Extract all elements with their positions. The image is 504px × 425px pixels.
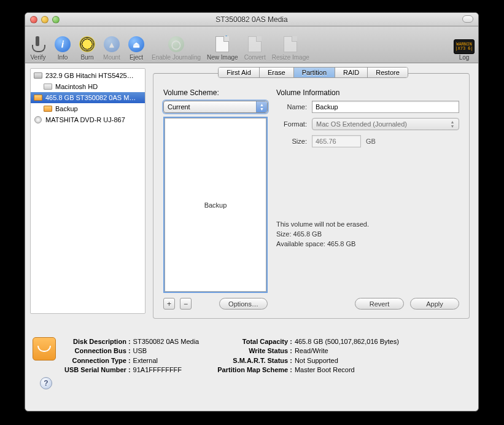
partition-block[interactable]: Backup <box>165 118 266 292</box>
footer-key: S.M.A.R.T. Status : <box>217 356 292 365</box>
internal-disk-icon <box>34 72 42 79</box>
disk-item-label: MATSHITA DVD-R UJ-867 <box>45 116 125 123</box>
info-icon: i <box>55 36 71 52</box>
options-button[interactable]: Options… <box>219 298 268 310</box>
journal-icon: ◯ <box>168 36 184 52</box>
external-volume-icon <box>44 106 52 112</box>
footer-value: Not Supported <box>295 356 399 365</box>
size-unit: GB <box>366 138 376 145</box>
log-label: Log <box>459 54 470 61</box>
volume-icon <box>44 84 52 90</box>
tab-partition[interactable]: Partition <box>294 68 335 77</box>
verify-label: Verify <box>30 54 45 61</box>
note-line: Size: 465.8 GB <box>276 230 459 240</box>
tab-bar: First Aid Erase Partition RAID Restore <box>148 67 478 78</box>
disk-list[interactable]: 232.9 GB Hitachi HTS5425… Macintosh HD 4… <box>30 68 145 314</box>
resize-icon <box>284 36 297 52</box>
eject-icon: ⏏ <box>128 36 144 52</box>
footer-value: 91A1FFFFFFFF <box>133 365 200 375</box>
disk-item-label: 232.9 GB Hitachi HTS5425… <box>45 72 134 79</box>
volume-note: This volume will not be erased. Size: 46… <box>276 220 459 249</box>
eject-button[interactable]: ⏏ Eject <box>127 34 145 61</box>
eject-label: Eject <box>130 54 143 61</box>
convert-icon <box>248 36 262 52</box>
volume-scheme-popup[interactable]: Current ▲▼ <box>163 101 268 113</box>
burn-button[interactable]: Burn <box>78 34 96 61</box>
help-button[interactable]: ? <box>40 377 52 389</box>
apply-button[interactable]: Apply <box>410 298 459 310</box>
volume-scheme-value: Current <box>168 103 190 111</box>
log-icon: WARNIN |X73 6| <box>454 39 475 54</box>
format-popup[interactable]: Mac OS Extended (Journaled) ▲▼ <box>312 118 459 130</box>
disk-item-st350082[interactable]: 465.8 GB ST350082 0AS M… <box>31 92 145 103</box>
note-line: Available space: 465.8 GB <box>276 240 459 249</box>
partition-map[interactable]: Backup <box>163 117 268 293</box>
disk-utility-window: ST350082 0AS Media Verify i Info Burn ▲ … <box>25 12 479 411</box>
disk-item-label: Backup <box>55 105 78 112</box>
toolbar: Verify i Info Burn ▲ Mount ⏏ Eject ◯ Ena… <box>25 26 478 63</box>
note-line: This volume will not be erased. <box>276 220 459 230</box>
tab-raid[interactable]: RAID <box>335 68 368 77</box>
footer-value: External <box>133 356 200 365</box>
toolbar-toggle-button[interactable] <box>462 15 473 23</box>
new-image-icon <box>215 36 229 52</box>
new-image-button[interactable]: New Image <box>207 34 238 61</box>
journal-label: Enable Journaling <box>152 54 201 61</box>
size-field[interactable]: 465.76 <box>312 135 361 147</box>
disk-item-dvd[interactable]: MATSHITA DVD-R UJ-867 <box>31 114 145 125</box>
remove-partition-button[interactable]: − <box>180 298 192 310</box>
footer-key: Disk Description : <box>64 337 131 346</box>
volume-info-heading: Volume Information <box>276 88 459 97</box>
mount-label: Mount <box>103 54 120 61</box>
revert-button[interactable]: Revert <box>355 298 404 310</box>
info-label: Info <box>58 54 68 61</box>
resize-label: Resize Image <box>272 54 309 61</box>
chevron-up-down-icon: ▲▼ <box>449 120 456 128</box>
disk-info-footer: Disk Description : Connection Bus : Conn… <box>33 337 470 405</box>
footer-value: ST350082 0AS Media <box>133 337 200 346</box>
convert-label: Convert <box>244 54 266 61</box>
volume-scheme-label: Volume Scheme: <box>163 88 268 97</box>
add-partition-button[interactable]: + <box>163 298 175 310</box>
footer-value: 465.8 GB (500,107,862,016 Bytes) <box>295 337 399 346</box>
tab-first-aid[interactable]: First Aid <box>219 68 260 77</box>
external-disk-large-icon <box>33 337 56 361</box>
footer-value: Read/Write <box>295 346 399 356</box>
name-label: Name: <box>276 103 312 111</box>
resize-image-button: Resize Image <box>272 34 309 61</box>
titlebar: ST350082 0AS Media <box>25 13 478 26</box>
footer-value: Master Boot Record <box>295 365 399 375</box>
chevron-up-down-icon: ▲▼ <box>256 101 267 112</box>
partition-panel: Volume Scheme: Current ▲▼ Backup + <box>153 73 470 319</box>
format-label: Format: <box>276 120 312 128</box>
partition-block-label: Backup <box>204 201 227 209</box>
footer-key: Connection Type : <box>64 356 131 365</box>
name-field[interactable]: Backup <box>312 101 459 113</box>
disk-item-label: Macintosh HD <box>55 83 98 90</box>
log-button[interactable]: WARNIN |X73 6| Log <box>454 39 475 61</box>
mount-icon: ▲ <box>104 36 120 52</box>
microscope-icon <box>32 36 44 52</box>
tab-restore[interactable]: Restore <box>368 68 408 77</box>
tab-erase[interactable]: Erase <box>260 68 294 77</box>
size-label: Size: <box>276 138 312 145</box>
footer-key: Connection Bus : <box>64 346 131 356</box>
volume-item-backup[interactable]: Backup <box>31 103 145 114</box>
disk-item-hitachi[interactable]: 232.9 GB Hitachi HTS5425… <box>31 70 145 81</box>
footer-key: Total Capacity : <box>217 337 292 346</box>
external-disk-icon <box>34 95 42 101</box>
new-image-label: New Image <box>207 54 238 61</box>
window-title: ST350082 0AS Media <box>25 15 478 24</box>
format-value: Mac OS Extended (Journaled) <box>316 120 407 128</box>
disk-item-label: 465.8 GB ST350082 0AS M… <box>45 94 136 101</box>
optical-disk-icon <box>34 116 42 123</box>
convert-button: Convert <box>244 34 266 61</box>
volume-item-macintosh-hd[interactable]: Macintosh HD <box>31 81 145 92</box>
burn-label: Burn <box>80 54 93 61</box>
mount-button: ▲ Mount <box>103 34 121 61</box>
info-button[interactable]: i Info <box>53 34 72 61</box>
footer-key: USB Serial Number : <box>64 365 131 375</box>
verify-button[interactable]: Verify <box>29 34 47 61</box>
footer-value: USB <box>133 346 200 356</box>
burn-icon <box>79 36 95 52</box>
